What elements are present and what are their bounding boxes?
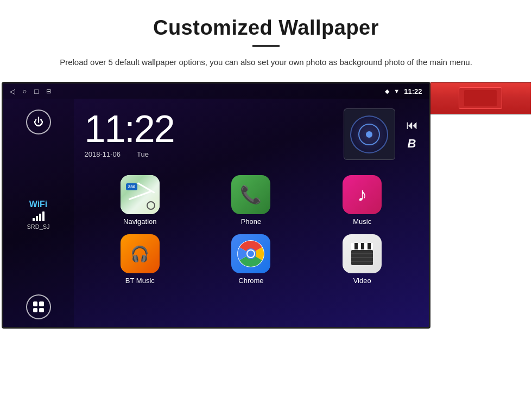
clock-time: 11:22 <box>85 110 333 148</box>
chrome-icon <box>231 234 270 273</box>
app-label-music: Music <box>353 217 371 226</box>
app-bt-music[interactable]: 🎧 BT Music <box>85 230 196 289</box>
video-icon <box>343 234 382 273</box>
app-label-chrome: Chrome <box>238 277 263 285</box>
recents-icon: □ <box>34 87 39 95</box>
home-icon: ○ <box>23 87 27 95</box>
clock-area: 11:22 2018-11-06 Tue <box>74 99 429 165</box>
svg-rect-6 <box>358 243 361 249</box>
grid-icon <box>33 301 44 312</box>
bluetooth-label: B <box>408 137 416 151</box>
android-screen: ◁ ○ □ ⊟ ◆ ▼ 11:22 ⏻ <box>2 82 430 329</box>
phone-icon: 📞 <box>231 175 270 214</box>
media-icon <box>350 115 388 153</box>
media-widget <box>344 108 395 160</box>
app-music[interactable]: ♪ Music <box>307 171 418 230</box>
bar-2 <box>36 216 38 221</box>
navigation-icon: 280 <box>121 175 160 214</box>
mid-visual <box>430 82 531 114</box>
music-symbol: ♪ <box>357 183 367 206</box>
chrome-circle <box>237 240 264 267</box>
wallpaper-red[interactable] <box>430 82 531 114</box>
screen-body: ⏻ WiFi SRD_SJ <box>3 99 429 329</box>
bt-symbol: 🎧 <box>130 245 149 263</box>
wifi-widget: WiFi SRD_SJ <box>27 200 49 230</box>
bar-4 <box>42 211 45 221</box>
app-chrome[interactable]: Chrome <box>195 230 307 289</box>
mid-device <box>459 87 502 109</box>
wifi-signal-bars <box>27 211 49 221</box>
page-title: Customized Wallpaper <box>22 16 510 40</box>
svg-point-3 <box>248 251 254 257</box>
app-phone[interactable]: 📞 Phone <box>195 171 307 230</box>
clock-date-value: 2018-11-06 <box>85 150 121 158</box>
bt-music-icon: 🎧 <box>121 234 160 273</box>
power-icon: ⏻ <box>34 117 43 128</box>
device-area: ◁ ○ □ ⊟ ◆ ▼ 11:22 ⏻ <box>22 82 510 329</box>
app-label-video: Video <box>353 277 371 285</box>
wifi-ssid: SRD_SJ <box>27 223 49 230</box>
bar-3 <box>39 214 41 221</box>
mid-screen <box>464 90 497 106</box>
app-navigation[interactable]: 280 Navigation <box>85 171 196 230</box>
wifi-title: WiFi <box>27 200 49 209</box>
clock-date: 2018-11-06 Tue <box>85 150 333 158</box>
grid-button[interactable] <box>26 294 51 319</box>
svg-rect-5 <box>351 243 354 249</box>
track-controls: ⏮ B <box>406 118 418 151</box>
svg-rect-7 <box>364 243 368 249</box>
app-video[interactable]: Video <box>307 230 418 289</box>
chrome-svg <box>237 240 264 267</box>
status-left: ◁ ○ □ ⊟ <box>10 87 52 95</box>
phone-symbol: 📞 <box>240 184 262 205</box>
app-label-phone: Phone <box>241 217 262 226</box>
clock-block: 11:22 2018-11-06 Tue <box>85 110 333 158</box>
svg-rect-8 <box>371 243 373 249</box>
status-right: ◆ ▼ 11:22 <box>385 87 422 95</box>
page-container: Customized Wallpaper Preload over 5 defa… <box>0 0 532 339</box>
status-bar: ◁ ○ □ ⊟ ◆ ▼ 11:22 <box>3 84 429 99</box>
left-sidebar: ⏻ WiFi SRD_SJ <box>3 99 74 329</box>
music-icon: ♪ <box>343 175 382 214</box>
nav-map: 280 <box>121 175 160 214</box>
wallpaper-panel: CarSetting <box>430 82 531 114</box>
main-content: 11:22 2018-11-06 Tue <box>74 99 429 329</box>
media-center-dot <box>366 131 372 138</box>
app-label-bt-music: BT Music <box>125 277 155 285</box>
status-time: 11:22 <box>404 87 422 95</box>
clock-day-value: Tue <box>137 150 149 158</box>
location-icon: ◆ <box>385 88 389 95</box>
signal-icon: ▼ <box>394 88 400 94</box>
nav-badge: 280 <box>126 183 137 190</box>
app-grid: 280 Navigation 📞 Phone <box>74 165 429 293</box>
skip-prev-icon[interactable]: ⏮ <box>406 118 418 132</box>
app-label-navigation: Navigation <box>123 217 156 226</box>
power-button[interactable]: ⏻ <box>26 110 51 134</box>
screenshot-icon: ⊟ <box>46 88 51 95</box>
media-inner-ring <box>358 124 380 145</box>
video-svg <box>349 240 376 267</box>
title-divider <box>252 45 280 47</box>
page-description: Preload over 5 default wallpaper options… <box>43 56 489 69</box>
bar-1 <box>33 218 35 221</box>
back-icon: ◁ <box>10 87 15 95</box>
